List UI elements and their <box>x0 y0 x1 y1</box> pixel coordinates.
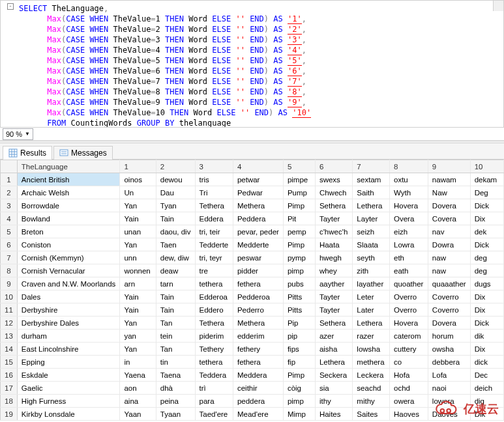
cell-value[interactable]: Yain <box>120 212 156 225</box>
cell-value[interactable]: Meddera <box>233 369 283 382</box>
cell-value[interactable]: Dowra <box>428 238 470 251</box>
cell-value[interactable]: Leckera <box>353 369 390 382</box>
cell-value[interactable]: caterom <box>389 330 428 343</box>
cell-value[interactable]: pevar, peder <box>233 225 283 238</box>
cell-value[interactable]: Haites <box>315 408 352 421</box>
cell-value[interactable]: Saites <box>353 408 390 421</box>
row-number[interactable]: 1 <box>1 173 18 186</box>
cell-value[interactable]: Overa <box>389 212 428 225</box>
cell-language[interactable]: High Furness <box>17 395 120 408</box>
cell-value[interactable]: tin <box>156 356 195 369</box>
cell-value[interactable]: Lethera <box>353 316 390 330</box>
cell-value[interactable]: aayther <box>315 277 352 290</box>
cell-value[interactable]: Pedwar <box>233 186 283 199</box>
cell-language[interactable]: Ancient British <box>17 173 120 186</box>
cell-value[interactable]: Dick <box>470 199 503 212</box>
table-row[interactable]: 6ConistonYanTaenTedderteMeddertePimpHaat… <box>1 238 504 251</box>
table-row[interactable]: 14East LincolnshireYanTanTetheryfetheryf… <box>1 343 504 356</box>
cell-value[interactable]: Tethera <box>195 199 233 212</box>
cell-value[interactable]: Slaata <box>353 238 390 251</box>
cell-value[interactable]: Eddero <box>195 303 233 316</box>
cell-value[interactable]: Yaan <box>120 408 156 421</box>
column-header-1[interactable]: 1 <box>120 160 156 173</box>
cell-value[interactable]: Un <box>120 186 156 199</box>
row-number[interactable]: 17 <box>1 382 18 395</box>
cell-value[interactable]: quoather <box>389 277 428 290</box>
cell-value[interactable]: Eddera <box>195 212 233 225</box>
row-number[interactable]: 5 <box>1 225 18 238</box>
cell-value[interactable]: Yain <box>120 290 156 303</box>
table-row[interactable]: 1Ancient Britishoinosdewoutrispetwarpimp… <box>1 173 504 186</box>
cell-value[interactable]: nawam <box>428 173 470 186</box>
table-row[interactable]: 13durhamyanteinpiderimedderimpipazerraze… <box>1 330 504 343</box>
cell-value[interactable]: layather <box>353 277 390 290</box>
cell-value[interactable]: ceithir <box>233 382 283 395</box>
cell-value[interactable]: Deg <box>470 186 503 199</box>
cell-value[interactable]: aina <box>120 395 156 408</box>
cell-value[interactable]: co <box>389 356 428 369</box>
cell-value[interactable]: dhà <box>156 382 195 395</box>
cell-value[interactable]: Dick <box>470 316 503 330</box>
cell-value[interactable]: Hovera <box>389 316 428 330</box>
zoom-dropdown[interactable]: 90 % ▼ <box>3 128 33 140</box>
row-number[interactable]: 11 <box>1 303 18 316</box>
table-row[interactable]: 7Cornish (Kemmyn)unndew, diwtri, teyrpes… <box>1 251 504 264</box>
table-row[interactable]: 19Kirkby LonsdaleYaanTyaanTaed'ereMead'e… <box>1 408 504 421</box>
sql-code[interactable]: SELECT TheLanguage, Max(CASE WHEN TheVal… <box>1 1 503 128</box>
cell-value[interactable]: Naw <box>428 186 470 199</box>
table-row[interactable]: 16EskdaleYaenaTaenaTedderaMedderaPimpSec… <box>1 369 504 382</box>
cell-value[interactable]: Lowra <box>389 238 428 251</box>
cell-value[interactable]: Tri <box>195 186 233 199</box>
cell-value[interactable]: Tethery <box>195 343 233 356</box>
cell-value[interactable]: pimpe <box>283 173 315 186</box>
cell-value[interactable]: Pip <box>283 316 315 330</box>
cell-value[interactable]: pidder <box>233 264 283 277</box>
cell-value[interactable]: petwar <box>233 173 283 186</box>
cell-value[interactable]: ochd <box>389 382 428 395</box>
cell-value[interactable]: Hovera <box>389 199 428 212</box>
cell-value[interactable]: pimp <box>283 264 315 277</box>
row-number-header[interactable] <box>1 160 18 173</box>
cell-value[interactable]: c'hwec'h <box>315 225 352 238</box>
cell-value[interactable]: Tyan <box>156 199 195 212</box>
cell-value[interactable]: Wyth <box>389 186 428 199</box>
cell-value[interactable]: tethera <box>195 277 233 290</box>
cell-value[interactable]: Haata <box>315 238 352 251</box>
cell-value[interactable]: unan <box>120 225 156 238</box>
cell-value[interactable]: Pimp <box>283 238 315 251</box>
cell-value[interactable]: seizh <box>353 225 390 238</box>
cell-value[interactable]: Pimp <box>283 369 315 382</box>
cell-value[interactable]: mithy <box>353 395 390 408</box>
cell-value[interactable]: Dick <box>470 238 503 251</box>
cell-value[interactable]: trì <box>195 382 233 395</box>
cell-value[interactable]: Tan <box>156 343 195 356</box>
cell-value[interactable]: Coverro <box>428 303 470 316</box>
cell-value[interactable]: Taen <box>156 238 195 251</box>
cell-value[interactable]: Mimp <box>283 408 315 421</box>
row-number[interactable]: 2 <box>1 186 18 199</box>
cell-value[interactable]: tein <box>156 330 195 343</box>
cell-value[interactable]: aon <box>120 382 156 395</box>
cell-value[interactable]: dugs <box>470 277 503 290</box>
cell-value[interactable]: Tethera <box>195 316 233 330</box>
cell-value[interactable]: dik <box>470 330 503 343</box>
cell-language[interactable]: Craven and N.W. Moorlands <box>17 277 120 290</box>
cell-value[interactable]: hwegh <box>315 251 352 264</box>
cell-value[interactable]: whey <box>315 264 352 277</box>
cell-value[interactable]: Edderoa <box>195 290 233 303</box>
cell-language[interactable]: Cornish (Kemmyn) <box>17 251 120 264</box>
cell-value[interactable]: pymp <box>283 251 315 264</box>
cell-value[interactable]: Overro <box>389 303 428 316</box>
cell-value[interactable]: naw <box>428 264 470 277</box>
cell-value[interactable]: pimp <box>283 395 315 408</box>
tab-results[interactable]: Results <box>3 146 52 160</box>
cell-language[interactable]: Kirkby Lonsdale <box>17 408 120 421</box>
table-row[interactable]: 18High Furnessainapeinaparapedderapimpit… <box>1 395 504 408</box>
column-header-7[interactable]: 7 <box>353 160 390 173</box>
cell-language[interactable]: durham <box>17 330 120 343</box>
cell-value[interactable]: in <box>120 356 156 369</box>
cell-language[interactable]: Coniston <box>17 238 120 251</box>
row-number[interactable]: 6 <box>1 238 18 251</box>
cell-value[interactable]: tarn <box>156 277 195 290</box>
table-row[interactable]: 17Gaelicaondhàtrìceithircòigsiaseachdoch… <box>1 382 504 395</box>
